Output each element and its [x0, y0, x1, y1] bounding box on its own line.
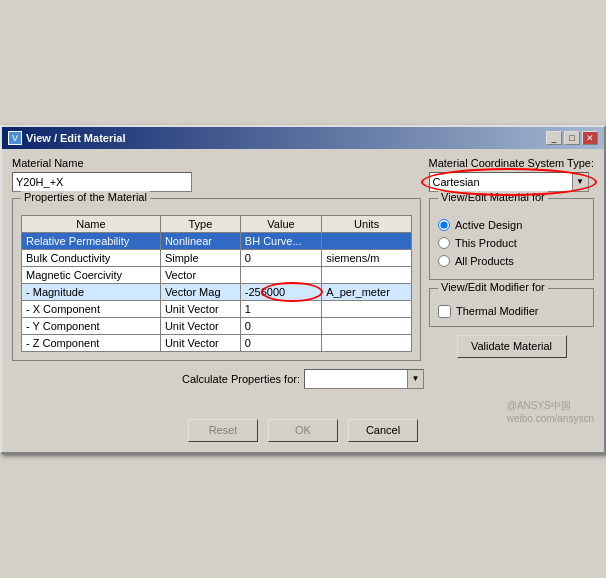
table-row[interactable]: - MagnitudeVector Mag-256000A_per_meter [22, 283, 412, 300]
view-edit-modifier-title: View/Edit Modifier for [438, 281, 548, 293]
cell-name: - Z Component [22, 334, 161, 351]
table-row[interactable]: - Y ComponentUnit Vector0 [22, 317, 412, 334]
coord-system-dropdown[interactable]: Cartesian ▼ [429, 172, 589, 192]
radio-this-product-label: This Product [455, 237, 517, 249]
radio-all-products-label: All Products [455, 255, 514, 267]
material-name-group: Material Name [12, 157, 192, 192]
properties-group-title: Properties of the Material [21, 191, 150, 203]
cell-units: siemens/m [322, 249, 412, 266]
radio-active-design[interactable]: Active Design [438, 219, 585, 231]
col-units: Units [322, 215, 412, 232]
cell-type: Unit Vector [160, 334, 240, 351]
cell-value: -256000 [240, 283, 321, 300]
maximize-button[interactable]: □ [564, 131, 580, 145]
cell-value: BH Curve... [240, 232, 321, 249]
thermal-modifier-checkbox[interactable]: Thermal Modifier [438, 305, 585, 318]
view-edit-material-title: View/Edit Material for [438, 191, 548, 203]
window-title: View / Edit Material [26, 132, 125, 144]
table-row[interactable]: Relative PermeabilityNonlinearBH Curve..… [22, 232, 412, 249]
cell-units [322, 232, 412, 249]
material-name-label: Material Name [12, 157, 192, 169]
properties-table: Name Type Value Units Relative Permeabil… [21, 215, 412, 352]
table-row[interactable]: - X ComponentUnit Vector1 [22, 300, 412, 317]
window-icon: V [8, 131, 22, 145]
view-edit-material-group: View/Edit Material for Active Design Thi… [429, 198, 594, 280]
calc-row: Calculate Properties for: ▼ [182, 369, 424, 389]
close-button[interactable]: ✕ [582, 131, 598, 145]
titlebar: V View / Edit Material _ □ ✕ [2, 127, 604, 149]
cell-name: - Magnitude [22, 283, 161, 300]
content-area: Material Name Material Coordinate System… [2, 149, 604, 452]
cell-units: A_per_meter [322, 283, 412, 300]
main-window: V View / Edit Material _ □ ✕ Material Na… [0, 125, 606, 454]
cell-units [322, 317, 412, 334]
right-panel: View/Edit Material for Active Design Thi… [429, 198, 594, 361]
watermark-url: weibo.com/ansyscn [507, 413, 594, 424]
coord-system-arrow[interactable]: ▼ [572, 173, 588, 191]
table-row[interactable]: Bulk ConductivitySimple0siemens/m [22, 249, 412, 266]
calc-label: Calculate Properties for: [182, 373, 300, 385]
table-row[interactable]: - Z ComponentUnit Vector0 [22, 334, 412, 351]
calc-dropdown[interactable]: ▼ [304, 369, 424, 389]
coord-system-group: Material Coordinate System Type: Cartesi… [429, 157, 594, 192]
cell-units [322, 266, 412, 283]
cell-name: Bulk Conductivity [22, 249, 161, 266]
validate-material-button[interactable]: Validate Material [457, 335, 567, 358]
calc-dropdown-text [305, 378, 407, 380]
cell-value [240, 266, 321, 283]
cell-name: - X Component [22, 300, 161, 317]
cell-name: Magnetic Coercivity [22, 266, 161, 283]
cell-type: Simple [160, 249, 240, 266]
main-body: Properties of the Material Name Type Val… [12, 198, 594, 361]
table-row[interactable]: Magnetic CoercivityVector [22, 266, 412, 283]
coord-system-oval: Cartesian ▼ [429, 172, 589, 192]
coord-system-label: Material Coordinate System Type: [429, 157, 594, 169]
button-row: Reset OK Cancel [188, 419, 418, 442]
cell-value: 0 [240, 334, 321, 351]
cell-value: 0 [240, 249, 321, 266]
ok-button[interactable]: OK [268, 419, 338, 442]
radio-active-design-label: Active Design [455, 219, 522, 231]
material-name-input[interactable] [12, 172, 192, 192]
cell-name: Relative Permeability [22, 232, 161, 249]
titlebar-left: V View / Edit Material [8, 131, 125, 145]
view-edit-material-options: Active Design This Product All Products [438, 215, 585, 271]
coord-system-value: Cartesian [430, 175, 572, 189]
minimize-button[interactable]: _ [546, 131, 562, 145]
cell-type: Unit Vector [160, 317, 240, 334]
cell-value: 0 [240, 317, 321, 334]
calc-dropdown-arrow[interactable]: ▼ [407, 370, 423, 388]
properties-group: Properties of the Material Name Type Val… [12, 198, 421, 361]
radio-this-product[interactable]: This Product [438, 237, 585, 249]
cell-name: - Y Component [22, 317, 161, 334]
cell-units [322, 300, 412, 317]
titlebar-buttons: _ □ ✕ [546, 131, 598, 145]
radio-all-products[interactable]: All Products [438, 255, 585, 267]
ansys-logo: @ANSYS中国 [507, 400, 571, 411]
col-type: Type [160, 215, 240, 232]
cell-value: 1 [240, 300, 321, 317]
cell-units [322, 334, 412, 351]
watermark: @ANSYS中国 weibo.com/ansyscn [507, 399, 594, 424]
left-panel: Properties of the Material Name Type Val… [12, 198, 421, 361]
cancel-button[interactable]: Cancel [348, 419, 418, 442]
top-row: Material Name Material Coordinate System… [12, 157, 594, 192]
cell-type: Vector [160, 266, 240, 283]
reset-button[interactable]: Reset [188, 419, 258, 442]
col-name: Name [22, 215, 161, 232]
cell-type: Unit Vector [160, 300, 240, 317]
col-value: Value [240, 215, 321, 232]
cell-type: Nonlinear [160, 232, 240, 249]
cell-type: Vector Mag [160, 283, 240, 300]
thermal-modifier-label: Thermal Modifier [456, 305, 539, 317]
view-edit-modifier-group: View/Edit Modifier for Thermal Modifier [429, 288, 594, 327]
